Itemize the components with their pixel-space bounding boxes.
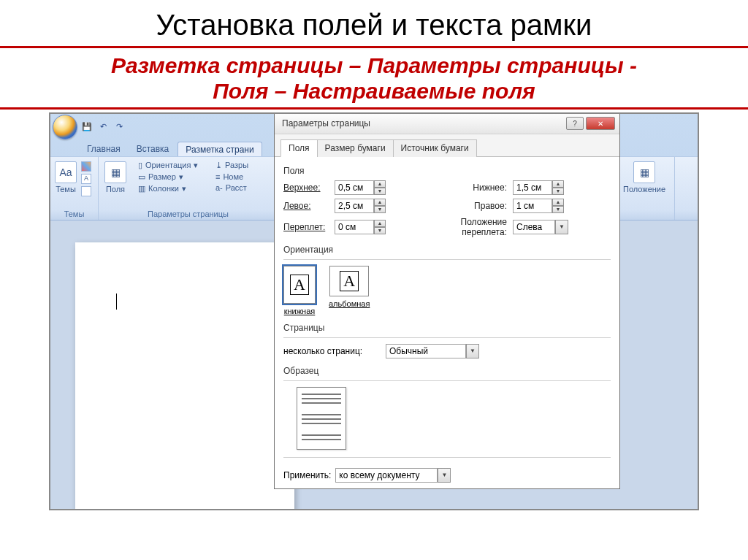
screenshot: 💾 ↶ ↷ Главная Вставка Разметка страни Aa… <box>49 112 699 510</box>
spin-down-icon[interactable]: ▼ <box>552 188 564 195</box>
divider <box>283 337 611 338</box>
chevron-down-icon[interactable]: ▼ <box>466 344 479 358</box>
orientation-landscape[interactable]: A альбомная <box>329 266 370 315</box>
margins-button[interactable]: ▦ Поля <box>104 161 126 193</box>
spin-down-icon[interactable]: ▼ <box>374 227 386 234</box>
dialog-tabs: Поля Размер бумаги Источник бумаги <box>275 134 619 157</box>
size-button[interactable]: ▭Размер ▾ <box>138 172 198 183</box>
themes-label: Темы <box>56 185 76 193</box>
multiple-pages-field[interactable] <box>386 344 466 358</box>
rule-bottom <box>0 107 748 110</box>
left-margin-input[interactable]: ▲▼ <box>335 199 386 213</box>
chevron-down-icon[interactable]: ▼ <box>555 220 568 234</box>
margins-section: Поля Верхнее: ▲▼ Нижнее: ▲▼ <box>283 166 611 237</box>
orientation-button[interactable]: ▯Ориентация ▾ <box>138 160 198 171</box>
divider <box>283 457 611 458</box>
spin-down-icon[interactable]: ▼ <box>374 188 386 195</box>
spin-up-icon[interactable]: ▲ <box>374 220 386 227</box>
right-margin-input[interactable]: ▲▼ <box>513 199 564 213</box>
text-cursor <box>116 294 117 310</box>
ribbon-tabs: Главная Вставка Разметка страни <box>80 142 262 158</box>
document-page[interactable] <box>75 242 294 510</box>
themes-button[interactable]: Aa Темы <box>55 161 77 193</box>
theme-colors-icon[interactable] <box>81 161 91 172</box>
tab-page-layout[interactable]: Разметка страни <box>178 142 262 158</box>
bottom-margin-label: Нижнее: <box>418 183 513 193</box>
left-margin-label: Левое: <box>283 201 335 211</box>
glyph-a: A <box>290 275 309 295</box>
margins-icon: ▦ <box>104 161 126 183</box>
landscape-icon: A <box>329 266 369 296</box>
quick-access-toolbar: 💾 ↶ ↷ <box>53 116 126 138</box>
gutter-input[interactable]: ▲▼ <box>335 220 386 234</box>
themes-icon: Aa <box>55 161 77 183</box>
preview-thumbnail <box>297 387 346 450</box>
dialog-body: Поля Верхнее: ▲▼ Нижнее: ▲▼ <box>275 157 619 488</box>
theme-fonts-icon[interactable]: A <box>81 174 91 184</box>
dialog-titlebar[interactable]: Параметры страницы ? ✕ <box>275 114 619 134</box>
spin-up-icon[interactable]: ▲ <box>552 199 564 206</box>
spin-down-icon[interactable]: ▼ <box>552 206 564 213</box>
subtitle-line1: Разметка страницы – Параметры страницы - <box>111 53 637 77</box>
orientation-portrait[interactable]: A книжная <box>283 266 316 315</box>
landscape-label: альбомная <box>329 299 370 308</box>
spin-up-icon[interactable]: ▲ <box>374 180 386 188</box>
bottom-margin-input[interactable]: ▲▼ <box>513 180 564 195</box>
tab-home[interactable]: Главная <box>80 142 128 158</box>
undo-icon[interactable]: ↶ <box>96 120 110 134</box>
word-window: 💾 ↶ ↷ Главная Вставка Разметка страни Aa… <box>50 114 698 509</box>
ribbon-group-position: ▦ Положение <box>613 157 675 220</box>
multiple-pages-select[interactable]: ▼ <box>386 344 479 358</box>
tab-paper-size[interactable]: Размер бумаги <box>317 139 394 157</box>
save-icon[interactable]: 💾 <box>80 120 94 134</box>
multiple-pages-label: несколько страниц: <box>283 346 378 356</box>
top-margin-label: Верхнее: <box>283 183 335 193</box>
top-margin-input[interactable]: ▲▼ <box>335 180 386 195</box>
left-margin-field[interactable] <box>335 199 374 213</box>
office-button[interactable] <box>53 115 77 139</box>
hyphenation-button[interactable]: a- Расст <box>215 183 248 193</box>
gutter-field[interactable] <box>335 220 374 234</box>
apply-row: Применить: ▼ <box>283 464 611 484</box>
slide-subtitle: Разметка страницы – Параметры страницы -… <box>0 48 748 107</box>
chevron-down-icon[interactable]: ▼ <box>438 468 451 483</box>
tab-paper-source[interactable]: Источник бумаги <box>393 139 477 157</box>
ribbon-group-themes: Aa Темы A Темы <box>50 157 99 220</box>
position-label: Положение <box>623 185 665 193</box>
tab-fields[interactable]: Поля <box>280 139 318 157</box>
bottom-margin-field[interactable] <box>513 180 552 195</box>
spin-up-icon[interactable]: ▲ <box>374 199 386 206</box>
slide-title: Установка полей и текста рамки <box>0 0 748 46</box>
gutter-position-field[interactable] <box>513 220 555 234</box>
gutter-label: Переплет: <box>283 222 335 232</box>
gutter-position-label: Положение переплета: <box>418 217 513 237</box>
divider <box>283 259 611 260</box>
glyph-a: A <box>340 271 359 291</box>
gutter-position-select[interactable]: ▼ <box>513 220 568 234</box>
apply-to-select[interactable]: ▼ <box>335 468 451 483</box>
divider <box>283 380 611 381</box>
help-button[interactable]: ? <box>566 117 584 130</box>
tab-insert[interactable]: Вставка <box>129 142 177 158</box>
redo-icon[interactable]: ↷ <box>112 120 126 134</box>
orientation-label: Ориентация <box>145 161 191 169</box>
columns-icon: ▥ <box>138 184 145 193</box>
hyphenation-label: Расст <box>226 183 247 192</box>
spin-down-icon[interactable]: ▼ <box>374 206 386 213</box>
columns-button[interactable]: ▥Колонки ▾ <box>138 183 198 194</box>
apply-to-field[interactable] <box>335 468 438 483</box>
breaks-button[interactable]: ⤓ Разры <box>215 160 248 171</box>
preview-section-label: Образец <box>283 366 611 376</box>
preview-section: Образец <box>283 366 611 450</box>
position-button[interactable]: ▦ Положение <box>623 161 665 193</box>
pages-section-label: Страницы <box>283 323 611 333</box>
close-button[interactable]: ✕ <box>586 117 615 130</box>
theme-effects-icon[interactable] <box>81 186 91 196</box>
margins-section-label: Поля <box>283 166 611 176</box>
right-margin-field[interactable] <box>513 199 552 213</box>
top-margin-field[interactable] <box>335 180 374 195</box>
spin-up-icon[interactable]: ▲ <box>552 180 564 188</box>
margins-label: Поля <box>106 185 125 193</box>
position-icon: ▦ <box>633 161 655 183</box>
line-numbers-button[interactable]: ≡ Номе <box>215 172 248 182</box>
